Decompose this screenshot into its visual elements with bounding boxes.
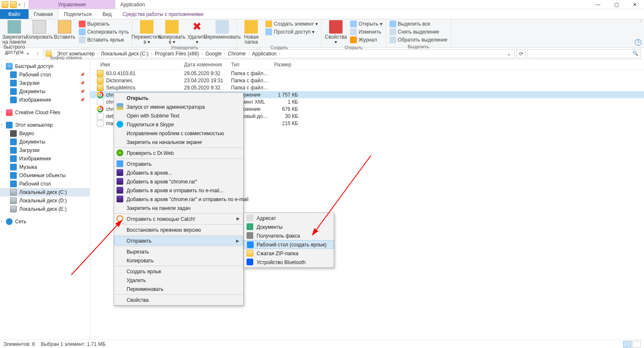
menu-item[interactable]: Добавить в архив "chrome.rar": [114, 177, 243, 186]
pin-quickaccess-button[interactable]: Закрепить на панели быстрого доступа: [3, 20, 26, 55]
file-list: Имя Дата изменения Тип Размер 83.0.4103.…: [90, 60, 644, 340]
col-type[interactable]: Тип: [228, 62, 265, 68]
address-dropdown-icon[interactable]: ⌄: [505, 51, 513, 57]
tree-item[interactable]: Документы: [0, 138, 90, 146]
tree-item[interactable]: Загрузки: [0, 146, 90, 154]
tab-share[interactable]: Поделиться: [58, 9, 97, 19]
tree-item[interactable]: Рабочий стол: [0, 180, 90, 188]
tree-this-pc[interactable]: Этот компьютер: [0, 121, 90, 129]
delete-button[interactable]: ✖Удалить ▾: [185, 20, 209, 44]
menu-item[interactable]: Создать ярлык: [114, 267, 243, 276]
tree-creative-cloud[interactable]: Creative Cloud Files: [0, 108, 90, 117]
breadcrumb-segment[interactable]: Program Files (x86): [154, 51, 200, 57]
properties-button[interactable]: Свойства ▾: [324, 20, 348, 44]
file-row[interactable]: Dictionaries23.04.2020 19:31Папка с файл…: [90, 77, 644, 84]
cut-button[interactable]: Вырезать: [78, 20, 130, 28]
nav-tree: Быстрый доступ Рабочий стол📌Загрузки📌Док…: [0, 60, 90, 340]
menu-item[interactable]: Добавить в архив и отправить по e-mail..…: [114, 186, 243, 195]
tree-item[interactable]: Рабочий стол📌: [0, 71, 90, 79]
minimize-button[interactable]: —: [589, 0, 607, 9]
tree-item[interactable]: Локальный диск (D:): [0, 196, 90, 205]
breadcrumb-segment[interactable]: Application: [251, 51, 278, 57]
file-row[interactable]: SetupMetrics29.05.2020 9:32Папка с файла…: [90, 84, 644, 91]
tab-home[interactable]: Главная: [29, 9, 59, 19]
tree-item[interactable]: Локальный диск (E:): [0, 205, 90, 213]
view-details-button[interactable]: [623, 341, 631, 348]
tree-network[interactable]: Сеть: [0, 217, 90, 226]
new-item-button[interactable]: Создать элемент ▾: [265, 20, 319, 28]
menu-item[interactable]: Вырезать: [114, 247, 243, 256]
qat-dropdown-icon[interactable]: ▾: [18, 3, 21, 7]
menu-item[interactable]: Проверить с Dr.Web: [114, 149, 243, 157]
select-none-button[interactable]: Снять выделение: [389, 28, 449, 36]
ribbon: Закрепить на панели быстрого доступа Коп…: [0, 19, 644, 48]
close-button[interactable]: ✕: [626, 0, 644, 9]
tree-item[interactable]: Изображения: [0, 154, 90, 163]
col-size[interactable]: Размер: [265, 62, 295, 68]
menu-item[interactable]: Отправить: [114, 160, 243, 168]
easy-access-button[interactable]: Простой доступ ▾: [265, 28, 319, 36]
menu-item[interactable]: Переименовать: [114, 285, 243, 293]
view-thumbs-button[interactable]: [632, 341, 641, 348]
tree-item[interactable]: Изображения📌: [0, 96, 90, 104]
tree-item[interactable]: Загрузки📌: [0, 79, 90, 87]
search-input[interactable]: 🔍: [527, 49, 641, 58]
menu-item[interactable]: Закрепить на панели задач: [114, 204, 243, 212]
menu-item[interactable]: Добавить в архив...: [114, 168, 243, 177]
collapse-ribbon-icon[interactable]: ˄: [639, 20, 641, 25]
menu-item[interactable]: Отправить с помощью Catch!▶: [114, 215, 243, 223]
menu-item[interactable]: Восстановить прежнюю версию: [114, 225, 243, 234]
column-headers[interactable]: Имя Дата изменения Тип Размер: [90, 60, 644, 70]
tree-item[interactable]: Локальный диск (C:): [0, 188, 90, 196]
tree-item[interactable]: Объемные объекты: [0, 171, 90, 180]
new-folder-button[interactable]: Новая папка: [239, 20, 263, 44]
tree-item[interactable]: Музыка: [0, 163, 90, 171]
menu-item[interactable]: Закрепить на начальном экране: [114, 138, 243, 147]
tab-app-tools[interactable]: Средства работы с приложениями: [117, 9, 209, 19]
titlebar: ▾ | Управление Application — ▢ ✕: [0, 0, 644, 9]
copy-button[interactable]: Копировать: [28, 20, 51, 39]
rename-button[interactable]: Переименовать: [210, 20, 234, 39]
paste-button[interactable]: Вставить: [53, 20, 76, 39]
copy-to-button[interactable]: Копировать в ▾: [160, 20, 184, 44]
group-select-label: Выделить: [389, 44, 449, 49]
menu-item[interactable]: Добавить в архив "chrome.rar" и отправит…: [114, 195, 243, 204]
menu-item[interactable]: Исправление проблем с совместимостью: [114, 129, 243, 138]
menu-item[interactable]: Удалить: [114, 276, 243, 285]
open-button[interactable]: Открыть ▾: [349, 20, 383, 28]
copy-path-button[interactable]: Скопировать путь: [78, 28, 130, 36]
menu-item[interactable]: Сжатая ZIP-папка: [244, 249, 334, 258]
tab-file[interactable]: Файл: [0, 9, 29, 19]
tab-view[interactable]: Вид: [97, 9, 117, 19]
menu-item[interactable]: Копировать: [114, 256, 243, 265]
col-date[interactable]: Дата изменения: [181, 62, 228, 68]
tree-quick-access[interactable]: Быстрый доступ: [0, 62, 90, 71]
paste-shortcut-button[interactable]: Вставить ярлык: [78, 36, 130, 44]
file-row[interactable]: 83.0.4103.6129.05.2020 9:32Папка с файла…: [90, 70, 644, 77]
menu-item[interactable]: Свойства: [114, 296, 243, 304]
edit-button[interactable]: Изменить: [349, 28, 383, 36]
menu-item[interactable]: Адресат: [244, 214, 334, 222]
menu-item[interactable]: Отправить▶: [114, 236, 243, 245]
menu-item[interactable]: Устройство Bluetooth: [244, 258, 334, 267]
maximize-button[interactable]: ▢: [607, 0, 626, 9]
select-all-button[interactable]: Выделить все: [389, 20, 449, 28]
refresh-button[interactable]: ⟳: [517, 49, 526, 58]
menu-item[interactable]: Рабочий стол (создать ярлык): [244, 240, 334, 249]
tree-item[interactable]: Документы📌: [0, 87, 90, 96]
breadcrumb-segment[interactable]: Google: [205, 51, 223, 57]
menu-item[interactable]: Запуск от имени администратора: [114, 102, 243, 111]
col-name[interactable]: Имя: [97, 62, 181, 68]
menu-item[interactable]: Open with Sublime Text: [114, 111, 243, 120]
tree-item[interactable]: Видео: [0, 129, 90, 138]
menu-item[interactable]: Документы: [244, 222, 334, 231]
breadcrumb-segment[interactable]: Chrome: [227, 51, 247, 57]
help-icon[interactable]: ?: [635, 39, 641, 46]
menu-item[interactable]: Открыть: [114, 94, 243, 102]
search-icon: 🔍: [632, 50, 639, 56]
history-button[interactable]: Журнал: [349, 36, 383, 44]
menu-item[interactable]: Получатель факса: [244, 231, 334, 240]
move-to-button[interactable]: Переместить в ▾: [135, 20, 158, 44]
invert-selection-button[interactable]: Обратить выделение: [389, 36, 449, 44]
menu-item[interactable]: Поделиться в Skype: [114, 120, 243, 129]
